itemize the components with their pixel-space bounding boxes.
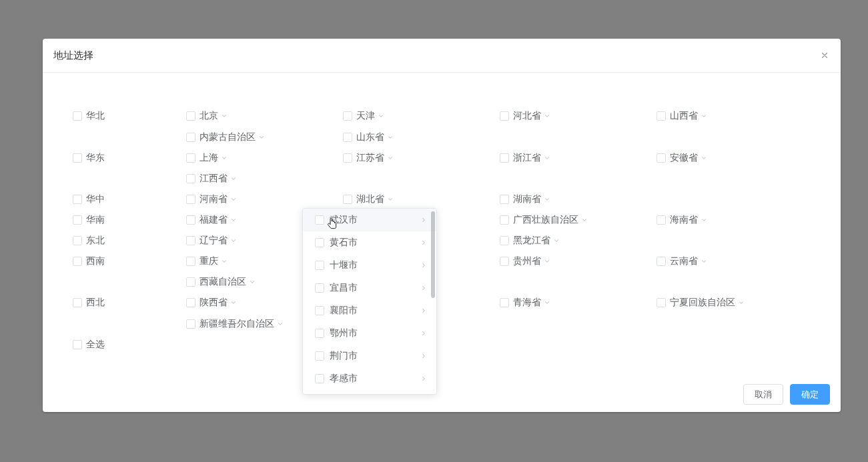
checkbox[interactable] (315, 283, 324, 293)
province-xizang[interactable]: 西藏自治区 (186, 275, 256, 289)
chevron-down-icon[interactable] (249, 279, 256, 285)
chevron-down-icon[interactable] (230, 237, 237, 244)
checkbox[interactable] (186, 111, 195, 121)
checkbox[interactable] (315, 306, 324, 315)
checkbox[interactable] (657, 257, 666, 266)
province-jiangxi[interactable]: 江西省 (186, 172, 237, 185)
city-item-xiaogan[interactable]: 孝感市 (303, 367, 436, 390)
province-shanghai[interactable]: 上海 (186, 151, 228, 165)
checkbox[interactable] (315, 261, 324, 270)
scrollbar[interactable] (431, 211, 435, 391)
checkbox[interactable] (73, 257, 82, 266)
region-huazhong[interactable]: 华中 (73, 193, 105, 206)
province-henan[interactable]: 河南省 (186, 193, 237, 206)
checkbox[interactable] (500, 111, 509, 121)
region-xinan[interactable]: 西南 (73, 255, 105, 268)
checkbox[interactable] (73, 215, 82, 225)
region-huadong[interactable]: 华东 (73, 151, 105, 165)
chevron-down-icon[interactable] (544, 155, 550, 161)
province-tianjin[interactable]: 天津 (343, 109, 384, 123)
province-ningxia[interactable]: 宁夏回族自治区 (657, 296, 745, 309)
checkbox[interactable] (500, 298, 509, 307)
province-hubei[interactable]: 湖北省 (343, 193, 394, 206)
checkbox[interactable] (343, 195, 352, 204)
scrollbar-thumb[interactable] (431, 211, 435, 298)
province-liaoning[interactable]: 辽宁省 (186, 234, 237, 247)
chevron-down-icon[interactable] (230, 175, 237, 182)
province-beijing[interactable]: 北京 (186, 109, 228, 123)
region-dongbei[interactable]: 东北 (73, 234, 105, 247)
city-item-ezhou[interactable]: 鄂州市 (303, 322, 436, 345)
checkbox[interactable] (186, 236, 195, 245)
chevron-down-icon[interactable] (258, 134, 265, 141)
region-xibei[interactable]: 西北 (73, 296, 105, 309)
province-guangxi[interactable]: 广西壮族自治区 (500, 213, 588, 227)
province-zhejiang[interactable]: 浙江省 (500, 151, 550, 165)
province-hebei[interactable]: 河北省 (500, 109, 550, 123)
checkbox[interactable] (186, 277, 195, 287)
checkbox[interactable] (500, 153, 509, 163)
province-fujian[interactable]: 福建省 (186, 213, 237, 227)
province-hunan[interactable]: 湖南省 (500, 193, 550, 206)
province-heilongjiang[interactable]: 黑龙江省 (500, 234, 560, 247)
region-huabei[interactable]: 华北 (73, 109, 105, 123)
chevron-down-icon[interactable] (544, 196, 550, 203)
province-shaanxi[interactable]: 陕西省 (186, 296, 237, 309)
city-item-shiyan[interactable]: 十堰市 (303, 254, 436, 277)
province-chongqing[interactable]: 重庆 (186, 255, 228, 268)
checkbox[interactable] (500, 236, 509, 245)
city-item-jingmen[interactable]: 荆门市 (303, 345, 436, 367)
checkbox[interactable] (500, 195, 509, 204)
checkbox[interactable] (657, 153, 666, 163)
checkbox[interactable] (500, 215, 509, 225)
chevron-down-icon[interactable] (544, 299, 550, 306)
chevron-down-icon[interactable] (581, 217, 588, 223)
select-all[interactable]: 全选 (73, 338, 105, 351)
checkbox[interactable] (657, 111, 666, 121)
checkbox[interactable] (343, 111, 352, 121)
province-yunnan[interactable]: 云南省 (657, 255, 707, 268)
chevron-down-icon[interactable] (230, 299, 237, 306)
chevron-down-icon[interactable] (277, 321, 284, 327)
checkbox[interactable] (657, 298, 666, 307)
province-anhui[interactable]: 安徽省 (657, 151, 707, 165)
city-dropdown-list[interactable]: 武汉市 黄石市 十堰市 宜昌市 襄阳市 鄂州市 (303, 209, 436, 394)
checkbox[interactable] (73, 236, 82, 245)
checkbox[interactable] (186, 298, 195, 307)
chevron-down-icon[interactable] (221, 155, 228, 161)
chevron-down-icon[interactable] (230, 217, 237, 223)
province-shandong[interactable]: 山东省 (343, 131, 394, 144)
chevron-down-icon[interactable] (378, 113, 384, 119)
checkbox[interactable] (186, 153, 195, 163)
checkbox[interactable] (186, 319, 195, 329)
city-item-xiangyang[interactable]: 襄阳市 (303, 299, 436, 322)
checkbox[interactable] (186, 133, 195, 142)
checkbox[interactable] (186, 257, 195, 266)
checkbox[interactable] (315, 374, 324, 383)
city-item-huangshi[interactable]: 黄石市 (303, 231, 436, 254)
city-item-yichang[interactable]: 宜昌市 (303, 277, 436, 299)
cancel-button[interactable]: 取消 (743, 384, 783, 405)
chevron-down-icon[interactable] (387, 155, 394, 161)
chevron-down-icon[interactable] (738, 299, 745, 306)
checkbox[interactable] (343, 133, 352, 142)
chevron-down-icon[interactable] (221, 258, 228, 265)
checkbox[interactable] (315, 351, 324, 361)
checkbox[interactable] (315, 215, 324, 225)
checkbox[interactable] (73, 340, 82, 349)
checkbox[interactable] (73, 298, 82, 307)
province-neimenggu[interactable]: 内蒙古自治区 (186, 131, 265, 144)
region-huanan[interactable]: 华南 (73, 213, 105, 227)
chevron-down-icon[interactable] (701, 258, 707, 265)
checkbox[interactable] (657, 215, 666, 225)
checkbox[interactable] (186, 215, 195, 225)
checkbox[interactable] (500, 257, 509, 266)
chevron-down-icon[interactable] (701, 155, 707, 161)
province-hainan[interactable]: 海南省 (657, 213, 707, 227)
checkbox[interactable] (315, 238, 324, 247)
chevron-down-icon[interactable] (387, 134, 394, 141)
checkbox[interactable] (343, 153, 352, 163)
province-xinjiang[interactable]: 新疆维吾尔自治区 (186, 317, 284, 331)
checkbox[interactable] (73, 153, 82, 163)
province-shanxi[interactable]: 山西省 (657, 109, 707, 123)
